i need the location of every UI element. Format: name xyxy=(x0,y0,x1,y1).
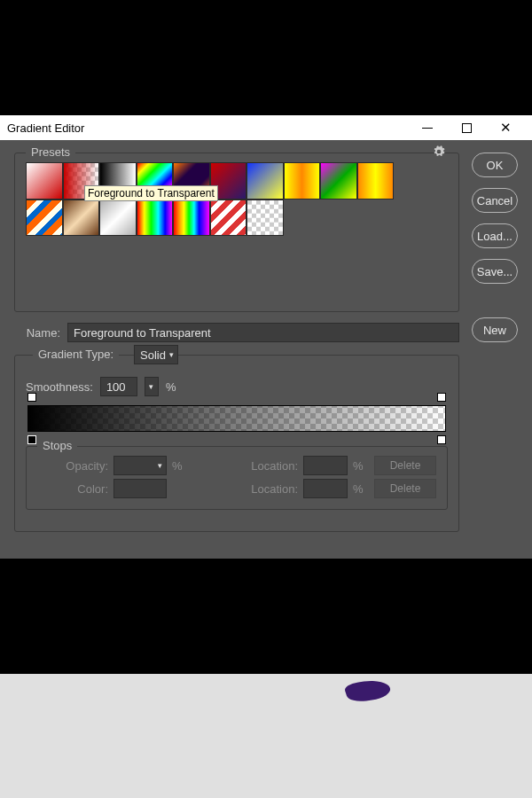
preset-swatch[interactable] xyxy=(210,200,247,237)
save-button[interactable]: Save... xyxy=(472,259,518,284)
preset-swatch[interactable] xyxy=(137,200,174,237)
delete-color-stop-button[interactable]: Delete xyxy=(374,479,436,498)
preset-swatch[interactable] xyxy=(357,162,395,200)
preset-swatch[interactable] xyxy=(320,162,357,200)
smoothness-dropdown[interactable]: ▾ xyxy=(145,377,159,396)
preset-swatch[interactable] xyxy=(26,200,63,237)
chevron-down-icon: ▾ xyxy=(149,382,153,391)
preset-swatch[interactable] xyxy=(99,200,137,237)
preset-swatch[interactable] xyxy=(26,162,63,200)
name-label: Name: xyxy=(14,326,60,340)
maximize-icon xyxy=(462,123,472,133)
new-button[interactable]: New xyxy=(472,317,518,342)
minimize-icon xyxy=(422,128,433,129)
stops-legend: Stops xyxy=(37,439,77,452)
opacity-stop-right[interactable] xyxy=(437,393,446,402)
maximize-button[interactable] xyxy=(447,115,486,140)
close-button[interactable]: ✕ xyxy=(486,115,525,140)
smoothness-unit: % xyxy=(166,380,176,394)
minimize-button[interactable] xyxy=(408,115,447,140)
preset-tooltip: Foreground to Transparent xyxy=(84,185,218,201)
color-swatch-input[interactable] xyxy=(113,479,167,498)
preset-swatch[interactable] xyxy=(284,162,321,200)
stops-panel: Stops Opacity: ▾ % Location: % Delete Co… xyxy=(26,446,448,510)
titlebar[interactable]: Gradient Editor ✕ xyxy=(0,115,532,140)
presets-menu-button[interactable] xyxy=(432,145,446,159)
name-row: Name: xyxy=(14,323,459,342)
window-title: Gradient Editor xyxy=(7,121,408,135)
delete-opacity-stop-button[interactable]: Delete xyxy=(374,456,436,475)
cancel-button[interactable]: Cancel xyxy=(472,188,518,213)
chevron-down-icon: ▾ xyxy=(169,350,174,359)
ok-button[interactable]: OK xyxy=(472,153,518,177)
preset-swatch[interactable] xyxy=(246,200,284,237)
chevron-down-icon: ▾ xyxy=(158,461,162,470)
location-unit-1: % xyxy=(353,459,369,473)
gradient-editor-dialog: Gradient Editor ✕ Presets xyxy=(0,115,532,559)
gradient-settings-panel: Gradient Type: Solid ▾ Smoothness: ▾ % xyxy=(14,355,459,532)
gear-icon xyxy=(433,145,445,158)
opacity-input[interactable]: ▾ xyxy=(113,456,167,475)
location-input-1[interactable] xyxy=(303,456,348,475)
name-input[interactable] xyxy=(67,323,459,342)
location-unit-2: % xyxy=(353,482,369,496)
color-stop-left[interactable] xyxy=(27,435,36,444)
close-icon: ✕ xyxy=(500,120,512,136)
load-button[interactable]: Load... xyxy=(472,223,518,248)
opacity-label: Opacity: xyxy=(37,459,108,473)
gradient-type-label: Gradient Type: xyxy=(33,348,119,361)
opacity-unit: % xyxy=(172,459,190,473)
opacity-stop-left[interactable] xyxy=(27,393,36,402)
smoothness-input[interactable] xyxy=(100,377,137,396)
gradient-preview[interactable] xyxy=(27,405,446,432)
color-stop-right[interactable] xyxy=(437,435,446,444)
preset-swatch[interactable] xyxy=(173,200,210,237)
gradient-type-value: Solid xyxy=(140,348,166,362)
color-label: Color: xyxy=(37,482,108,496)
preset-swatch[interactable] xyxy=(63,200,100,237)
presets-panel: Presets xyxy=(14,153,459,312)
gradient-type-select[interactable]: Solid ▾ xyxy=(134,345,178,364)
location-input-2[interactable] xyxy=(303,479,348,498)
location-label-1: Location: xyxy=(236,459,298,473)
canvas-area xyxy=(0,674,532,798)
location-label-2: Location: xyxy=(236,482,298,496)
presets-legend: Presets xyxy=(26,145,75,159)
smoothness-label: Smoothness: xyxy=(26,380,93,394)
gradient-bar[interactable] xyxy=(27,405,446,432)
preset-swatch[interactable] xyxy=(246,162,284,200)
